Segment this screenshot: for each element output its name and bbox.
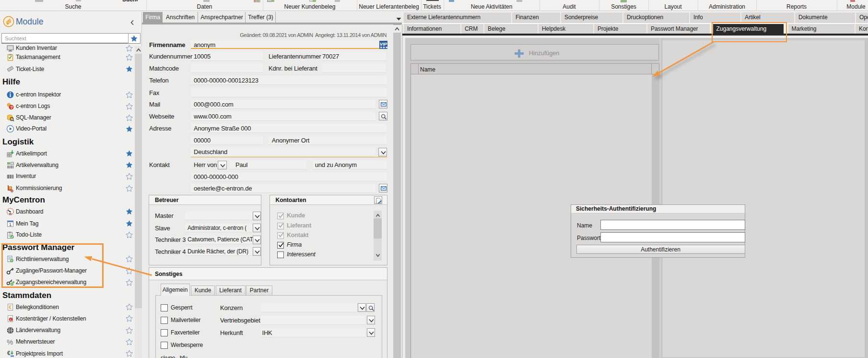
svg-text:€: € xyxy=(9,305,12,310)
svg-text:?: ? xyxy=(10,105,13,110)
svg-text:%: % xyxy=(7,338,13,346)
svg-text:c: c xyxy=(10,318,12,322)
svg-text:1: 1 xyxy=(9,222,12,227)
svg-text:€: € xyxy=(7,350,11,357)
